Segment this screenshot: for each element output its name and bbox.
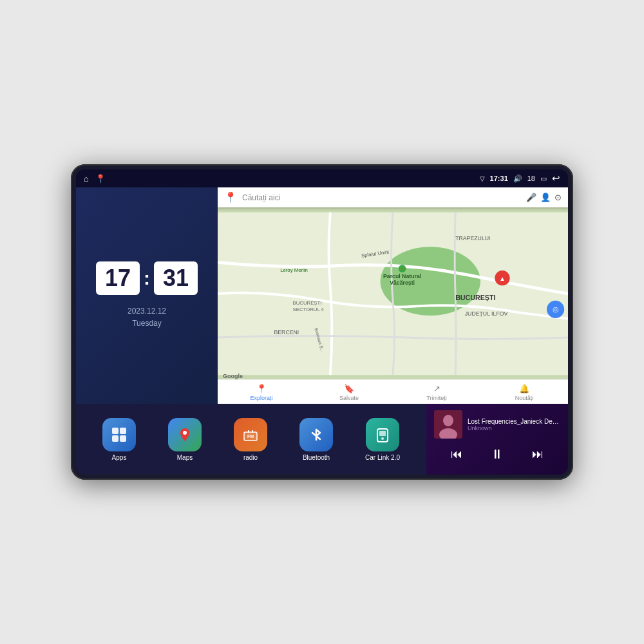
svg-text:Parcul Natural: Parcul Natural: [383, 273, 421, 279]
svg-point-33: [443, 415, 453, 426]
bluetooth-label: Bluetooth: [303, 454, 330, 461]
radio-icon: FM: [234, 418, 267, 451]
share-icon: ↗: [433, 384, 440, 393]
voice-search-icon[interactable]: 🎤: [526, 193, 536, 202]
svg-rect-30: [379, 431, 386, 436]
svg-text:SECTORUL 4: SECTORUL 4: [293, 307, 325, 312]
volume-icon: 🔊: [513, 175, 522, 183]
prev-button[interactable]: ⏮: [446, 445, 468, 464]
svg-text:◎: ◎: [553, 305, 559, 313]
main-content: 17 : 31 2023.12.12 Tuesday 📍 Căutați aic…: [76, 187, 568, 475]
map-canvas: Parcul Natural Văcărești 🌿 Leroy Merlin …: [218, 207, 568, 381]
battery-icon: ▭: [540, 175, 547, 183]
svg-point-23: [183, 431, 187, 435]
carlink-icon: [366, 418, 399, 451]
status-time: 17:31: [490, 175, 508, 182]
clock-colon: :: [144, 269, 150, 288]
map-bottom-nav[interactable]: 📍 Explorați 🔖 Salvate ↗ Trimiteți 🔔: [218, 379, 568, 404]
next-button[interactable]: ⏭: [527, 445, 549, 464]
apps-panel: Apps Maps: [76, 404, 426, 475]
svg-rect-28: [252, 430, 253, 433]
apps-label: Apps: [112, 454, 127, 461]
clock-date: 2023.12.12 Tuesday: [128, 305, 166, 330]
svg-rect-20: [120, 428, 126, 434]
svg-rect-19: [112, 428, 118, 434]
maps-status-icon[interactable]: 📍: [95, 174, 106, 184]
clock-minute: 31: [154, 261, 198, 295]
map-nav-noutati[interactable]: 🔔 Noutăți: [480, 384, 568, 401]
device-screen: ⌂ 📍 ▽ 17:31 🔊 18 ▭ ↩ 17 :: [76, 169, 568, 475]
map-nav-salvate[interactable]: 🔖 Salvate: [305, 384, 393, 401]
map-pin-icon: 📍: [224, 191, 237, 204]
map-nav-trimiteti[interactable]: ↗ Trimiteți: [393, 384, 480, 401]
svg-text:TRAPEZULUI: TRAPEZULUI: [455, 235, 490, 242]
account-icon[interactable]: 👤: [540, 193, 551, 202]
map-panel[interactable]: 📍 Căutați aici 🎤 👤 ⊙: [218, 187, 568, 404]
music-controls: ⏮ ⏸ ⏭: [434, 445, 560, 464]
svg-text:FM: FM: [247, 434, 254, 439]
status-bar-left: ⌂ 📍: [84, 174, 106, 184]
status-bar-right: ▽ 17:31 🔊 18 ▭ ↩: [480, 173, 560, 184]
battery-level: 18: [527, 175, 535, 182]
svg-rect-27: [248, 430, 249, 433]
svg-text:BUCUREȘTI: BUCUREȘTI: [293, 300, 322, 306]
svg-text:Văcărești: Văcărești: [390, 279, 415, 286]
explore-icon: 📍: [256, 384, 267, 393]
svg-rect-21: [112, 435, 118, 442]
car-display-device: ⌂ 📍 ▽ 17:31 🔊 18 ▭ ↩ 17 :: [71, 164, 573, 480]
maps-label: Maps: [177, 454, 193, 461]
maps-icon: [168, 418, 202, 451]
play-pause-button[interactable]: ⏸: [491, 447, 504, 462]
clock-hour: 17: [96, 261, 140, 295]
layers-icon[interactable]: ⊙: [554, 193, 562, 202]
svg-text:BUCUREȘTI: BUCUREȘTI: [455, 294, 495, 301]
map-search-actions: 🎤 👤 ⊙: [526, 193, 562, 202]
status-bar: ⌂ 📍 ▽ 17:31 🔊 18 ▭ ↩: [76, 169, 568, 187]
clock-display: 17 : 31: [96, 261, 198, 295]
music-title: Lost Frequencies_Janieck Devy-...: [468, 418, 560, 425]
app-item-maps[interactable]: Maps: [168, 418, 202, 461]
svg-point-31: [381, 437, 384, 440]
app-item-radio[interactable]: FM radio: [234, 418, 267, 461]
app-item-apps[interactable]: Apps: [102, 418, 136, 461]
map-search-bar[interactable]: 📍 Căutați aici 🎤 👤 ⊙: [218, 187, 568, 207]
signal-icon: ▽: [480, 175, 485, 182]
map-search-text[interactable]: Căutați aici: [242, 193, 521, 202]
svg-text:Leroy Merlin: Leroy Merlin: [280, 267, 308, 273]
music-info-row: Lost Frequencies_Janieck Devy-... Unknow…: [434, 410, 560, 439]
svg-text:▲: ▲: [499, 275, 506, 282]
map-nav-explorати[interactable]: 📍 Explorați: [218, 384, 305, 401]
news-icon: 🔔: [519, 384, 529, 393]
music-album-art: [434, 410, 462, 439]
music-artist: Unknown: [468, 425, 560, 431]
top-section: 17 : 31 2023.12.12 Tuesday 📍 Căutați aic…: [76, 187, 568, 404]
saved-icon: 🔖: [344, 384, 354, 393]
bottom-section: Apps Maps: [76, 404, 568, 475]
radio-label: radio: [243, 454, 258, 461]
back-icon[interactable]: ↩: [552, 173, 560, 184]
carlink-label: Car Link 2.0: [365, 454, 400, 461]
app-item-carlink[interactable]: Car Link 2.0: [365, 418, 400, 461]
svg-rect-22: [120, 435, 126, 442]
google-watermark: Google: [223, 373, 243, 379]
svg-text:JUDEȚUL ILFOV: JUDEȚUL ILFOV: [465, 310, 508, 317]
apps-icon: [102, 418, 136, 451]
app-item-bluetooth[interactable]: Bluetooth: [299, 418, 333, 461]
svg-text:BERCENI: BERCENI: [274, 329, 299, 336]
home-icon[interactable]: ⌂: [84, 174, 89, 184]
music-text: Lost Frequencies_Janieck Devy-... Unknow…: [468, 418, 560, 431]
clock-panel: 17 : 31 2023.12.12 Tuesday: [76, 187, 218, 404]
music-panel: Lost Frequencies_Janieck Devy-... Unknow…: [426, 404, 568, 475]
bluetooth-icon: [299, 418, 333, 451]
svg-text:🌿: 🌿: [400, 266, 406, 272]
